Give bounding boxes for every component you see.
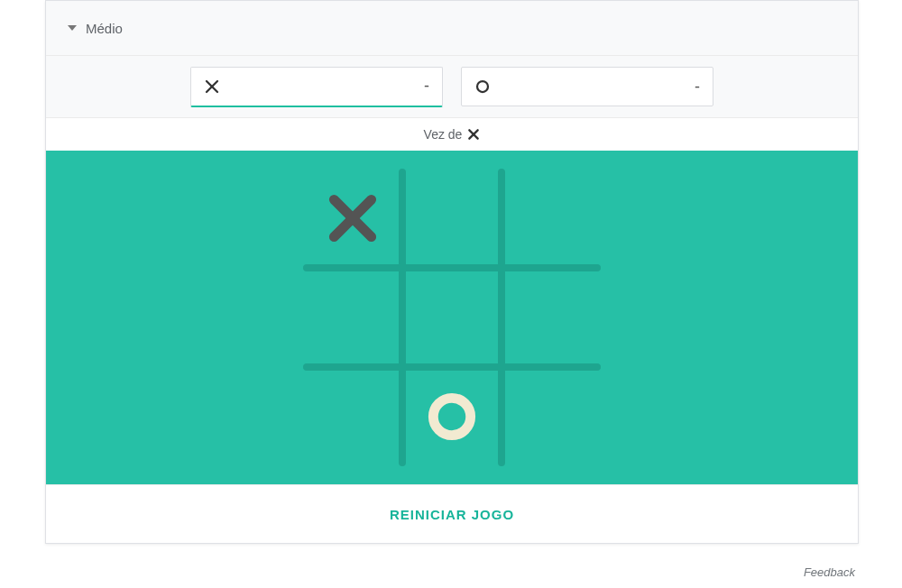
o-icon bbox=[474, 78, 491, 95]
game-board bbox=[303, 169, 601, 466]
board-cell-3[interactable] bbox=[303, 268, 402, 367]
board-cell-6[interactable] bbox=[303, 367, 402, 466]
restart-label: REINICIAR JOGO bbox=[390, 507, 514, 522]
board-cell-4[interactable] bbox=[402, 268, 502, 367]
x-icon bbox=[204, 78, 220, 95]
turn-text: Vez de bbox=[424, 127, 463, 142]
board-area bbox=[46, 151, 858, 484]
svg-point-2 bbox=[477, 81, 488, 92]
difficulty-dropdown[interactable]: Médio bbox=[68, 21, 123, 36]
score-x-value: - bbox=[220, 77, 429, 96]
svg-point-7 bbox=[433, 398, 470, 435]
difficulty-label: Médio bbox=[86, 21, 123, 36]
board-cell-2[interactable] bbox=[502, 169, 601, 268]
board-cell-8[interactable] bbox=[502, 367, 601, 466]
score-card-x[interactable]: - bbox=[190, 67, 443, 107]
chevron-down-icon bbox=[68, 25, 77, 31]
tic-tac-toe-card: Médio - - Vez de bbox=[45, 0, 859, 544]
score-bar: - - bbox=[46, 56, 858, 118]
board-cells bbox=[303, 169, 601, 466]
feedback-link[interactable]: Feedback bbox=[804, 565, 855, 579]
board-cell-0[interactable] bbox=[303, 169, 402, 268]
turn-x-icon bbox=[467, 128, 480, 141]
o-mark-icon bbox=[424, 389, 480, 445]
board-cell-7[interactable] bbox=[402, 367, 502, 466]
restart-button[interactable]: REINICIAR JOGO bbox=[46, 484, 858, 543]
board-cell-1[interactable] bbox=[402, 169, 502, 268]
header-bar: Médio bbox=[46, 1, 858, 56]
turn-indicator: Vez de bbox=[46, 118, 858, 151]
board-cell-5[interactable] bbox=[502, 268, 601, 367]
score-o-value: - bbox=[491, 78, 700, 96]
score-card-o[interactable]: - bbox=[461, 67, 713, 106]
x-mark-icon bbox=[325, 190, 381, 246]
